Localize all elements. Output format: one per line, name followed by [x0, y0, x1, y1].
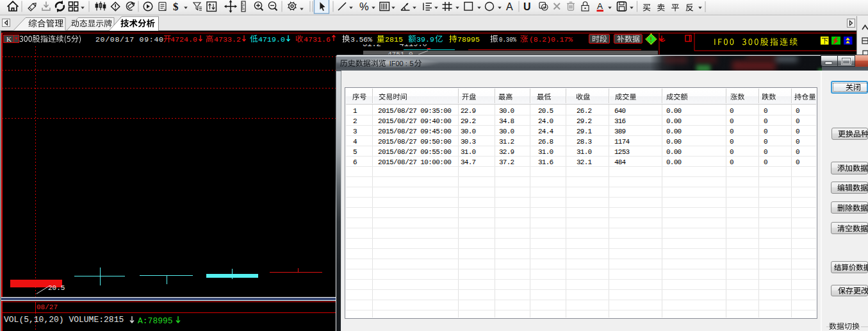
svg-text:26.8: 26.8 — [538, 138, 553, 146]
svg-text:31.0: 31.0 — [538, 148, 553, 156]
svg-text:4733.2: 4733.2 — [214, 35, 241, 44]
svg-text:IF00: IF00 — [389, 60, 404, 67]
svg-text:30.0: 30.0 — [461, 128, 476, 135]
svg-text::: : — [405, 60, 407, 67]
svg-text:316: 316 — [614, 117, 626, 125]
svg-text:0.30%: 0.30% — [499, 35, 516, 44]
svg-text:2815: 2815 — [385, 35, 403, 44]
svg-text:39.9: 39.9 — [416, 35, 434, 44]
svg-text:24.0: 24.0 — [538, 117, 553, 125]
svg-text:4731.6: 4731.6 — [304, 35, 331, 44]
svg-text:2015/08/27 09:40:00: 2015/08/27 09:40:00 — [378, 117, 452, 125]
svg-text:1: 1 — [353, 107, 357, 115]
svg-text:A:78995: A:78995 — [138, 316, 173, 326]
svg-text:2015/08/27 09:35:00: 2015/08/27 09:35:00 — [378, 107, 452, 115]
svg-text:0.00: 0.00 — [666, 117, 682, 125]
svg-text:31.2: 31.2 — [499, 138, 514, 146]
svg-text:0: 0 — [796, 148, 800, 156]
svg-text:0: 0 — [796, 107, 800, 115]
svg-text:0: 0 — [764, 117, 768, 125]
svg-text:4: 4 — [353, 138, 357, 146]
svg-text:4724.0: 4724.0 — [170, 35, 197, 44]
svg-text:389: 389 — [614, 128, 626, 135]
svg-text:78995: 78995 — [457, 35, 480, 44]
svg-text:4719.0: 4719.0 — [258, 35, 285, 44]
svg-text:0: 0 — [796, 138, 800, 146]
svg-text:1174: 1174 — [614, 138, 630, 146]
svg-text:0: 0 — [730, 128, 734, 135]
svg-text:31.0: 31.0 — [577, 148, 592, 156]
svg-text:640: 640 — [614, 107, 626, 115]
svg-text:1253: 1253 — [614, 148, 630, 156]
svg-text:0.00: 0.00 — [666, 107, 682, 115]
svg-text:29.2: 29.2 — [577, 117, 592, 125]
svg-text:2015/08/27 10:00:00: 2015/08/27 10:00:00 — [378, 158, 452, 166]
svg-text:2: 2 — [353, 117, 357, 125]
svg-text:29.1: 29.1 — [577, 128, 593, 135]
svg-text:0.00: 0.00 — [666, 158, 682, 166]
svg-text:2015/08/27 09:45:00: 2015/08/27 09:45:00 — [378, 128, 452, 135]
svg-text:24.4: 24.4 — [538, 128, 554, 135]
svg-text:K: K — [6, 35, 12, 43]
svg-text:0: 0 — [796, 128, 800, 135]
svg-text:28.3: 28.3 — [577, 138, 592, 146]
svg-text:2015/08/27 09:55:00: 2015/08/27 09:55:00 — [378, 148, 452, 156]
svg-text:0.00: 0.00 — [666, 128, 682, 135]
svg-text:0: 0 — [730, 107, 734, 115]
svg-text:2015/08/27 09:50:00: 2015/08/27 09:50:00 — [378, 138, 452, 146]
svg-text:0: 0 — [764, 158, 768, 166]
svg-text:20.5: 20.5 — [538, 107, 553, 115]
svg-text:0.00: 0.00 — [666, 138, 682, 146]
svg-text:3: 3 — [353, 128, 357, 135]
svg-text:32.9: 32.9 — [499, 148, 514, 156]
svg-text:22.9: 22.9 — [461, 107, 476, 115]
svg-text:29.2: 29.2 — [461, 117, 476, 125]
svg-text:0: 0 — [764, 128, 768, 135]
svg-text:0: 0 — [730, 158, 734, 166]
svg-text:5: 5 — [410, 60, 414, 67]
svg-text:30.0: 30.0 — [499, 128, 514, 135]
svg-text:34.7: 34.7 — [461, 158, 476, 166]
svg-text:31.0: 31.0 — [461, 148, 476, 156]
svg-text:5: 5 — [353, 148, 357, 156]
svg-text:31.6: 31.6 — [538, 158, 553, 166]
svg-text:6: 6 — [353, 158, 357, 166]
svg-text:0: 0 — [730, 148, 734, 156]
svg-text:20/08/17 09:40: 20/08/17 09:40 — [95, 35, 163, 44]
svg-text:3.56%: 3.56% — [350, 35, 372, 44]
svg-text:26.2: 26.2 — [577, 107, 592, 115]
svg-text:0: 0 — [730, 117, 734, 125]
svg-text:0: 0 — [796, 117, 800, 125]
svg-text:484: 484 — [614, 158, 626, 166]
svg-text:0: 0 — [730, 138, 734, 146]
svg-text:30.3: 30.3 — [461, 138, 476, 146]
svg-text:32.1: 32.1 — [577, 158, 593, 166]
svg-text:0: 0 — [764, 148, 768, 156]
svg-text:34.8: 34.8 — [499, 117, 514, 125]
svg-text:(8.2)0.17%: (8.2)0.17% — [529, 35, 573, 44]
svg-text:0: 0 — [764, 107, 768, 115]
svg-text:0: 0 — [764, 138, 768, 146]
svg-text:30.0: 30.0 — [499, 107, 514, 115]
svg-text:37.2: 37.2 — [499, 158, 514, 166]
svg-text:0: 0 — [796, 158, 800, 166]
svg-text:0.00: 0.00 — [666, 148, 682, 156]
